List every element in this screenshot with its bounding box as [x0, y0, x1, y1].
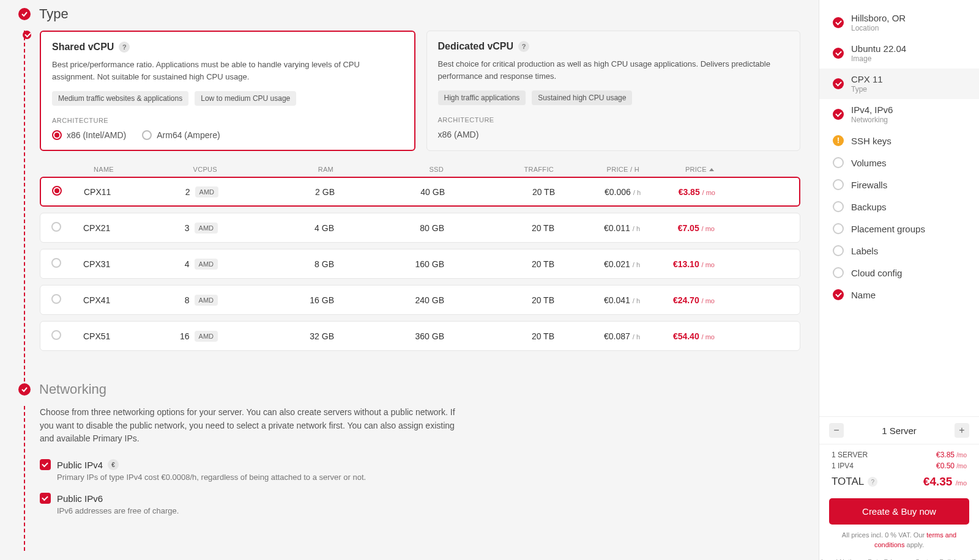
plan-traffic: 20 TB: [444, 223, 554, 233]
chip: Medium traffic websites & applications: [52, 91, 188, 106]
plan-ram: 32 GB: [236, 331, 334, 341]
plan-vcpu: 4AMD: [163, 259, 236, 270]
sidebar-item-title: Ubuntu 22.04: [851, 43, 906, 54]
sidebar-item-title: IPv4, IPv6: [851, 105, 893, 115]
help-icon[interactable]: ?: [518, 41, 529, 52]
plan-row-cpx21[interactable]: CPX213AMD4 GB80 GB20 TB€0.011 / h€7.05 /…: [40, 213, 800, 243]
plan-ram: 4 GB: [236, 223, 334, 233]
plan-name: CPX11: [84, 187, 163, 197]
status-icon: [833, 201, 844, 212]
public-ipv6-checkbox[interactable]: Public IPv6: [40, 493, 800, 504]
sidebar-item-sub: Image: [851, 54, 906, 63]
plan-vcpu: 16AMD: [163, 331, 236, 342]
sidebar-item-title: Labels: [851, 246, 878, 256]
section-title: Type: [39, 6, 69, 22]
status-icon: [833, 109, 844, 120]
plan-ram: 8 GB: [236, 259, 334, 269]
plan-price-hour: €0.021 / h: [554, 259, 640, 269]
arch-arm64-radio[interactable]: Arm64 (Ampere): [142, 130, 220, 140]
plan-price-month: €3.85 / mo: [641, 187, 726, 197]
status-icon: [833, 135, 844, 146]
sidebar-item[interactable]: CPX 11Type: [819, 68, 979, 99]
sidebar-item[interactable]: Volumes: [819, 152, 979, 174]
qty-minus-button[interactable]: −: [829, 423, 844, 438]
arch-label: ARCHITECTURE: [438, 116, 789, 123]
vat-note: All prices incl. 0 % VAT. Our terms and …: [819, 528, 979, 556]
total-label: TOTAL: [832, 476, 864, 488]
plan-table-header: NAME VCPUS RAM SSD TRAFFIC PRICE / H PRI…: [40, 160, 800, 177]
plan-price-hour: €0.006 / h: [555, 187, 641, 197]
plan-ssd: 240 GB: [334, 295, 444, 305]
plan-ram: 16 GB: [236, 295, 334, 305]
card-title: Dedicated vCPU: [438, 41, 514, 52]
ipv6-sub: IPv6 addresses are free of charge.: [57, 506, 800, 515]
qty-plus-button[interactable]: +: [955, 423, 969, 438]
plan-name: CPX31: [83, 259, 163, 269]
plan-name: CPX21: [83, 223, 163, 233]
section-networking-header: Networking: [18, 381, 800, 397]
plan-vcpu: 8AMD: [163, 295, 236, 306]
plan-row-cpx51[interactable]: CPX5116AMD32 GB360 GB20 TB€0.087 / h€54.…: [40, 321, 800, 351]
sidebar-item[interactable]: SSH keys: [819, 130, 979, 152]
sidebar-item-title: SSH keys: [851, 136, 892, 146]
plan-row-cpx41[interactable]: CPX418AMD16 GB240 GB20 TB€0.041 / h€24.7…: [40, 285, 800, 315]
sidebar-item-title: Placement groups: [851, 224, 925, 234]
sidebar-item-sub: Type: [851, 85, 883, 94]
legal-links: Legal Notice·Data Privacy·System Policie…: [819, 556, 979, 560]
price-line: 1 SERVER€3.85 /mo: [832, 449, 967, 460]
plan-price-month: €13.10 / mo: [640, 259, 726, 269]
arch-x86-radio[interactable]: x86 (Intel/AMD): [52, 130, 126, 140]
sort-price[interactable]: PRICE: [639, 166, 725, 173]
plan-price-month: €24.70 / mo: [640, 295, 726, 305]
plan-ssd: 40 GB: [335, 187, 445, 197]
plan-row-cpx31[interactable]: CPX314AMD8 GB160 GB20 TB€0.021 / h€13.10…: [40, 249, 800, 279]
plan-name: CPX51: [83, 331, 163, 341]
check-icon: [18, 8, 31, 20]
card-desc: Best choice for critical production as w…: [438, 58, 789, 82]
plan-vcpu: 3AMD: [163, 223, 236, 234]
plan-traffic: 20 TB: [444, 331, 554, 341]
status-icon: [833, 157, 844, 168]
sidebar-item-title: Name: [851, 290, 876, 300]
vcpu-dedicated-card[interactable]: Dedicated vCPU? Best choice for critical…: [426, 31, 801, 151]
ipv4-sub: Primary IPs of type IPv4 cost €0.0008/h,…: [57, 473, 800, 482]
arch-value: x86 (AMD): [438, 130, 789, 139]
plan-ssd: 360 GB: [334, 331, 444, 341]
sidebar-item[interactable]: Ubuntu 22.04Image: [819, 38, 979, 68]
checkbox-checked-icon: [40, 493, 51, 504]
sidebar-item[interactable]: Backups: [819, 196, 979, 218]
plan-vcpu: 2AMD: [163, 186, 237, 197]
plan-price-hour: €0.011 / h: [554, 223, 640, 233]
help-icon[interactable]: ?: [119, 42, 130, 53]
create-buy-button[interactable]: Create & Buy now: [829, 498, 969, 525]
sidebar-item[interactable]: Labels: [819, 240, 979, 262]
plan-name: CPX41: [83, 295, 163, 305]
status-icon: [833, 245, 844, 256]
sidebar-item[interactable]: Placement groups: [819, 218, 979, 240]
help-icon[interactable]: ?: [868, 477, 877, 487]
sidebar-item[interactable]: Name: [819, 284, 979, 306]
quantity-stepper: − 1 Server +: [819, 416, 979, 444]
plan-ssd: 80 GB: [334, 223, 444, 233]
sidebar-item-title: Firewalls: [851, 180, 887, 190]
plan-traffic: 20 TB: [445, 187, 555, 197]
sidebar-item[interactable]: IPv4, IPv6Networking: [819, 99, 979, 130]
public-ipv4-checkbox[interactable]: Public IPv4€: [40, 459, 800, 470]
sidebar-item[interactable]: Firewalls: [819, 174, 979, 196]
plan-row-cpx11[interactable]: CPX112AMD2 GB40 GB20 TB€0.006 / h€3.85 /…: [40, 177, 800, 207]
sidebar-item[interactable]: Hillsboro, ORLocation: [819, 7, 979, 38]
sidebar-item[interactable]: Cloud config: [819, 262, 979, 284]
vcpu-shared-card[interactable]: Shared vCPU? Best price/performance rati…: [40, 31, 415, 151]
plan-price-hour: €0.087 / h: [554, 331, 640, 341]
status-icon: [833, 179, 844, 190]
total-price: €4.35 /mo: [923, 475, 967, 488]
check-icon: [18, 383, 31, 396]
sidebar-item-sub: Networking: [851, 116, 893, 124]
sidebar-item-title: Hillsboro, OR: [851, 13, 906, 23]
checkbox-checked-icon: [40, 459, 51, 470]
plan-ram: 2 GB: [237, 187, 335, 197]
plan-traffic: 20 TB: [444, 295, 554, 305]
status-icon: [833, 223, 844, 234]
status-icon: [833, 48, 844, 59]
status-icon: [833, 289, 844, 300]
